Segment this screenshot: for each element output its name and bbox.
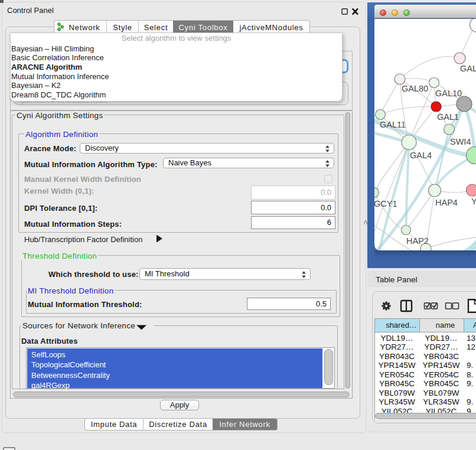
svg-text:GCY1: GCY1: [374, 199, 397, 208]
svg-text:GAL4: GAL4: [410, 151, 432, 160]
svg-text:SWI4: SWI4: [450, 137, 471, 146]
svg-text:GAL80: GAL80: [402, 84, 428, 93]
svg-text:GAL10: GAL10: [435, 89, 462, 98]
svg-text:HAP4: HAP4: [435, 198, 458, 207]
svg-text:GAL7: GAL7: [460, 64, 476, 73]
svg-text:GAL1: GAL1: [437, 112, 459, 122]
svg-text:Y: Y: [471, 197, 476, 206]
svg-text:GAL11: GAL11: [380, 120, 406, 129]
svg-text:HAP2: HAP2: [406, 236, 429, 246]
